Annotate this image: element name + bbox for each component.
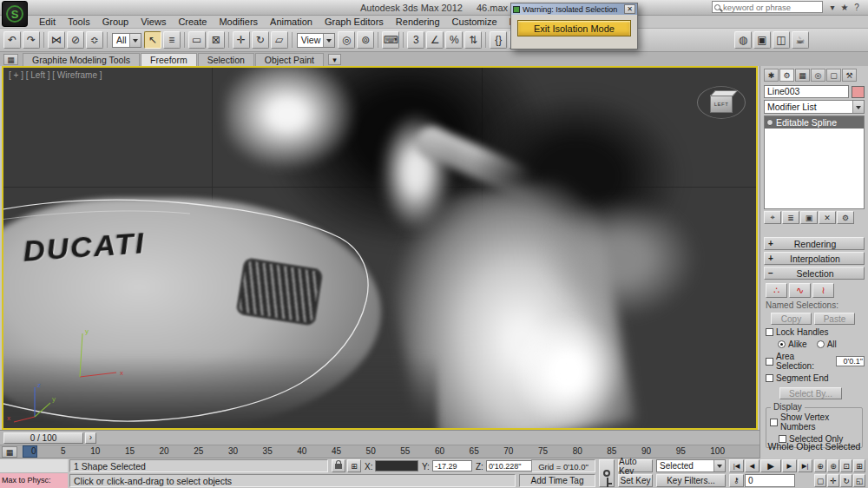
unlink-selection-icon[interactable]: ⊘ [67,31,84,49]
ruler-tick[interactable]: 100 [710,446,725,456]
ruler-tick[interactable]: 55 [400,446,410,456]
rendered-frame-window-icon[interactable]: ◫ [773,31,790,49]
all-radio[interactable] [817,340,825,348]
search-icon[interactable] [714,4,720,10]
ruler-tick[interactable]: 70 [503,446,513,456]
key-filters-button[interactable]: Key Filters... [656,474,726,487]
maxscript-listener-line[interactable] [0,459,68,473]
z-coordinate-field[interactable]: 0'10.228" [486,460,535,472]
menu-animation[interactable]: Animation [264,16,319,27]
select-and-link-icon[interactable]: ⋈ [48,31,65,49]
viewcube-face[interactable]: LEFT [710,95,733,113]
area-selection-field[interactable]: 0'0.1" [836,356,865,366]
hierarchy-tab[interactable]: ▦ [795,69,810,82]
selection-filter-dropdown[interactable]: All [112,33,141,48]
ruler-tick[interactable]: 90 [641,446,651,456]
menu-modifiers[interactable]: Modifiers [213,16,264,27]
help-icon[interactable]: ? [851,1,863,13]
ruler-tick[interactable]: 95 [676,446,686,456]
viewport-label[interactable]: [ + ] [ Left ] [ Wireframe ] [9,70,102,80]
select-and-move-icon[interactable]: ✛ [233,31,250,49]
tab-graphite-modeling-tools[interactable]: Graphite Modeling Tools [23,53,140,66]
select-by-button[interactable]: Select By... [779,387,842,399]
tab-freeform[interactable]: Freeform [141,53,197,66]
copy-button[interactable]: Copy [771,313,812,325]
viewport-left[interactable]: DUCATI x y z x y LEFT [ + ] [ Left ] [ W… [2,66,758,430]
render-production-icon[interactable]: ☕ [792,31,809,49]
next-frame-button[interactable]: ▶ [782,459,797,472]
favorites-star-icon[interactable]: ★ [838,1,851,13]
maximize-viewport-toggle-icon[interactable]: ◱ [853,474,865,487]
snaps-toggle-icon[interactable]: 3 [407,31,424,49]
rollout-selection[interactable]: − Selection [764,267,865,280]
select-and-manipulate-icon[interactable]: ⊚ [357,31,374,49]
rollout-interpolation[interactable]: + Interpolation [764,252,865,265]
pin-stack-icon[interactable]: ⌖ [764,211,781,224]
orbit-icon[interactable]: ↻ [840,474,852,487]
x-coordinate-field[interactable] [375,460,418,472]
alike-radio[interactable] [778,340,786,348]
object-color-swatch[interactable] [852,86,865,98]
current-frame-field[interactable]: 0 [745,474,795,487]
absolute-offset-toggle[interactable]: ⊞ [347,459,361,472]
modifier-enabled-icon[interactable] [766,119,773,126]
ruler-tick[interactable]: 60 [435,446,444,456]
select-and-rotate-icon[interactable]: ↻ [252,31,269,49]
select-by-name-icon[interactable]: ≡ [163,31,181,49]
rectangular-selection-region-icon[interactable]: ▭ [188,31,206,49]
ruler-tick[interactable]: 75 [538,446,548,456]
set-keys-button[interactable] [599,459,615,487]
selection-lock-toggle[interactable] [332,459,345,472]
zoom-extents-icon[interactable]: ⊡ [840,459,852,472]
menu-create[interactable]: Create [172,16,213,27]
show-vertex-numbers-checkbox[interactable] [770,419,778,426]
segment-end-checkbox[interactable] [766,374,773,382]
menu-group[interactable]: Group [96,16,135,27]
key-mode-toggle-icon[interactable]: ⚷ [729,474,744,487]
angle-snap-icon[interactable]: ∠ [426,31,444,49]
zoom-all-icon[interactable]: ⊛ [827,459,839,472]
track-bar[interactable]: 0 / 100 › [0,430,760,445]
menu-customize[interactable]: Customize [446,16,503,27]
configure-modifier-sets-icon[interactable]: ⚙ [837,211,854,224]
ribbon-category-icon[interactable]: ▦ [3,54,18,65]
y-coordinate-field[interactable]: -17.29 [432,460,472,472]
use-pivot-point-center-icon[interactable]: ◎ [338,31,355,49]
render-setup-icon[interactable]: ▣ [753,31,771,49]
tab-object-paint[interactable]: Object Paint [255,53,324,66]
next-frame-nub[interactable]: › [85,432,96,444]
ruler-tick[interactable]: 80 [573,446,582,456]
select-object-icon[interactable]: ↖ [144,31,161,49]
maxscript-macro-recorder-line[interactable]: Max to Physc: [0,473,68,488]
ruler-tick[interactable]: 35 [263,446,273,456]
go-to-end-button[interactable]: ▶| [798,459,812,472]
ruler-tick[interactable]: 5 [61,446,66,456]
redo-icon[interactable]: ↷ [23,31,40,49]
utilities-tab[interactable]: ⚒ [842,69,857,82]
ruler-tick[interactable]: 0 [31,446,36,456]
menu-views[interactable]: Views [135,16,172,27]
reference-coordinate-dropdown[interactable]: View [297,33,336,48]
search-dropdown-icon[interactable]: ▾ [826,1,838,13]
exit-isolation-mode-button[interactable]: Exit Isolation Mode [517,20,631,36]
segment-subobject-icon[interactable]: ∿ [789,283,811,298]
go-to-start-button[interactable]: |◀ [729,459,744,472]
object-name-field[interactable]: Line003 [764,85,849,98]
keyboard-shortcut-override-icon[interactable]: ⌨ [382,31,399,49]
dialog-title-bar[interactable]: Warning: Isolated Selection ✕ [511,3,637,15]
zoom-extents-all-icon[interactable]: ⊞ [853,459,865,472]
ruler-tick[interactable]: 15 [125,446,135,456]
remove-modifier-icon[interactable]: ✕ [819,211,836,224]
zoom-region-icon[interactable]: ▢ [814,474,826,487]
select-and-scale-icon[interactable]: ▱ [271,31,288,49]
edit-named-selection-sets-icon[interactable]: {} [490,31,507,49]
open-mini-curve-editor-icon[interactable]: ▦ [2,446,17,458]
lock-handles-checkbox[interactable] [766,328,773,336]
tab-selection[interactable]: Selection [198,53,254,66]
ruler-tick[interactable]: 65 [470,446,479,456]
motion-tab[interactable]: ◎ [811,69,825,82]
auto-key-button[interactable]: Auto Key [618,459,653,472]
menu-rendering[interactable]: Rendering [390,16,446,27]
menu-edit[interactable]: Edit [33,16,62,27]
spline-subobject-icon[interactable]: ≀ [812,283,834,298]
